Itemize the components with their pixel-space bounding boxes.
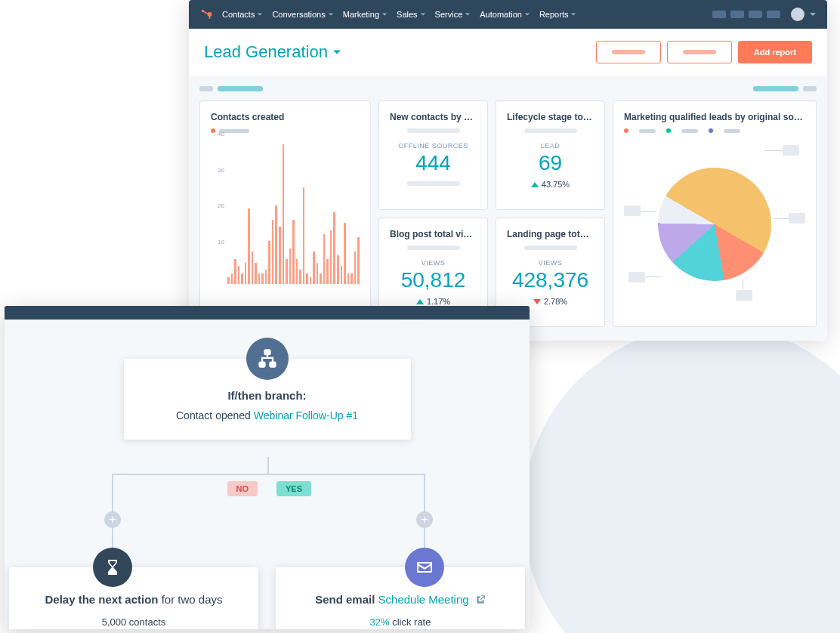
mid-col-2: Lifecycle stage totals LEAD 69 43.75% La… bbox=[496, 100, 605, 327]
nav-sales[interactable]: Sales bbox=[397, 10, 426, 19]
cards-grid: Contacts created 10203040 New contacts b… bbox=[199, 100, 817, 327]
sitemap-icon bbox=[257, 348, 278, 369]
page-header: Lead Generation Add report bbox=[189, 29, 827, 76]
svg-rect-6 bbox=[270, 363, 275, 367]
svg-rect-5 bbox=[259, 363, 264, 367]
branch-text: Contact opened Webinar Follow-Up #1 bbox=[142, 409, 393, 421]
pie-legend bbox=[624, 128, 805, 133]
branch-node-icon bbox=[246, 338, 289, 380]
send-link[interactable]: Schedule Meeting bbox=[378, 593, 469, 606]
metric-label: VIEWS bbox=[507, 259, 594, 267]
avatar-icon[interactable] bbox=[791, 8, 804, 21]
chevron-down-icon[interactable] bbox=[809, 11, 817, 18]
metric-value: 428,376 bbox=[507, 268, 594, 292]
svg-line-2 bbox=[203, 11, 208, 14]
metric-change: 1.17% bbox=[390, 297, 477, 306]
delay-node-icon bbox=[93, 548, 132, 587]
workflow-titlebar bbox=[5, 306, 530, 320]
metric-value: 444 bbox=[390, 151, 477, 175]
hubspot-logo-icon bbox=[199, 8, 213, 21]
skeleton-filter-row bbox=[199, 86, 817, 91]
metric-value: 50,812 bbox=[390, 268, 477, 292]
nav-label: Marketing bbox=[343, 10, 379, 19]
topnav-right bbox=[712, 8, 817, 21]
hourglass-icon bbox=[103, 558, 122, 576]
page-title-dropdown[interactable]: Lead Generation bbox=[204, 42, 341, 62]
send-email-card[interactable]: Send email Schedule Meeting 32% click ra… bbox=[276, 567, 525, 629]
nav-contacts[interactable]: Contacts bbox=[222, 10, 263, 19]
delay-sub: 5,000 contacts bbox=[23, 616, 245, 628]
external-link-icon bbox=[475, 594, 486, 605]
card-pie: Marketing qualified leads by original so… bbox=[613, 100, 817, 327]
topnav-placeholder-icon[interactable] bbox=[767, 11, 780, 18]
nav-service[interactable]: Service bbox=[435, 10, 471, 19]
nav-label: Automation bbox=[480, 10, 522, 19]
metric-value: 69 bbox=[507, 151, 594, 175]
nav-label: Reports bbox=[539, 10, 569, 19]
dashboard-body: Contacts created 10203040 New contacts b… bbox=[189, 76, 827, 341]
nav-label: Service bbox=[435, 10, 463, 19]
nav-label: Contacts bbox=[222, 10, 255, 19]
pie-chart bbox=[624, 137, 805, 311]
card-contacts-created: Contacts created 10203040 bbox=[199, 100, 371, 327]
placeholder-button[interactable] bbox=[667, 41, 732, 63]
card-lifecycle: Lifecycle stage totals LEAD 69 43.75% bbox=[496, 100, 605, 210]
nav-automation[interactable]: Automation bbox=[480, 10, 530, 19]
nav-reports[interactable]: Reports bbox=[539, 10, 577, 19]
mid-col-1: New contacts by source OFFLINE SOURCES 4… bbox=[378, 100, 488, 327]
nav-items: Contacts Conversations Marketing Sales S… bbox=[222, 10, 576, 19]
card-title: Lifecycle stage totals bbox=[507, 112, 594, 122]
send-title: Send email Schedule Meeting bbox=[289, 593, 511, 606]
branch-title: If/then branch: bbox=[142, 389, 393, 402]
delay-card[interactable]: Delay the next action for two days 5,000… bbox=[9, 567, 258, 629]
metric-label: VIEWS bbox=[390, 259, 477, 267]
nav-conversations[interactable]: Conversations bbox=[272, 10, 333, 19]
svg-rect-4 bbox=[264, 350, 270, 354]
topnav-placeholder-icon[interactable] bbox=[712, 11, 726, 18]
card-title: Contacts created bbox=[211, 112, 360, 122]
add-step-button-left[interactable]: + bbox=[104, 511, 121, 528]
delay-title: Delay the next action for two days bbox=[23, 593, 245, 606]
top-nav: Contacts Conversations Marketing Sales S… bbox=[189, 0, 827, 29]
workflow-panel: If/then branch: Contact opened Webinar F… bbox=[5, 306, 530, 629]
bar-chart: 10203040 bbox=[211, 140, 360, 299]
branch-no-badge: NO bbox=[227, 481, 258, 496]
nav-label: Sales bbox=[397, 10, 418, 19]
card-title: New contacts by source bbox=[390, 112, 477, 122]
add-step-button-right[interactable]: + bbox=[416, 511, 433, 528]
send-sub: 32% click rate bbox=[289, 616, 511, 628]
workflow-body: If/then branch: Contact opened Webinar F… bbox=[5, 320, 530, 629]
metric-change: 43.75% bbox=[507, 180, 594, 189]
card-title: Landing page total… bbox=[507, 229, 594, 239]
placeholder-button[interactable] bbox=[596, 41, 661, 63]
add-report-button[interactable]: Add report bbox=[738, 41, 812, 63]
dashboard-window: Contacts Conversations Marketing Sales S… bbox=[189, 0, 827, 341]
card-title: Marketing qualified leads by original so… bbox=[624, 112, 805, 122]
nav-label: Conversations bbox=[272, 10, 325, 19]
metric-change: 2.78% bbox=[507, 297, 594, 306]
nav-marketing[interactable]: Marketing bbox=[343, 10, 388, 19]
bg-decor-circle bbox=[523, 325, 840, 633]
topnav-placeholder-icon[interactable] bbox=[749, 11, 762, 18]
card-title: Blog post total views bbox=[390, 229, 477, 239]
card-new-contacts: New contacts by source OFFLINE SOURCES 4… bbox=[378, 100, 488, 210]
page-title: Lead Generation bbox=[204, 42, 328, 62]
mail-icon bbox=[415, 558, 434, 576]
email-node-icon bbox=[405, 548, 444, 587]
metric-label: LEAD bbox=[507, 142, 594, 150]
page-actions: Add report bbox=[596, 41, 812, 63]
branch-link[interactable]: Webinar Follow-Up #1 bbox=[254, 409, 358, 421]
chevron-down-icon bbox=[332, 48, 341, 57]
branch-yes-badge: YES bbox=[276, 481, 311, 496]
svg-point-1 bbox=[208, 12, 212, 17]
topnav-placeholder-icon[interactable] bbox=[730, 11, 744, 18]
metric-label: OFFLINE SOURCES bbox=[390, 142, 477, 150]
